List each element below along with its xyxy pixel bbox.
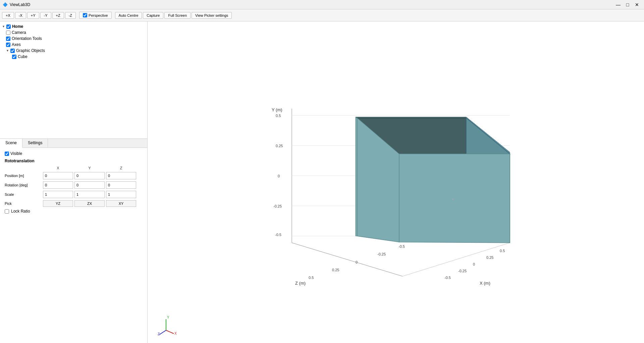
view-nx-button[interactable]: -X bbox=[15, 12, 26, 19]
svg-line-21 bbox=[292, 243, 402, 276]
pick-row: Pick YZ ZX XY bbox=[5, 200, 143, 207]
svg-text:-0.25: -0.25 bbox=[273, 204, 282, 208]
minimize-button[interactable]: — bbox=[614, 1, 623, 8]
tree-item-orientation[interactable]: Orientation Tools bbox=[0, 36, 147, 42]
camera-label: Camera bbox=[12, 30, 26, 35]
svg-text:Z: Z bbox=[158, 332, 160, 335]
rototranslation-title: Rototranslation bbox=[5, 159, 143, 163]
rotation-z-input[interactable] bbox=[106, 181, 136, 189]
pick-label: Pick bbox=[5, 202, 42, 206]
view-py-button[interactable]: +Y bbox=[27, 12, 39, 19]
app-icon: 🔷 bbox=[3, 2, 8, 7]
svg-text:Y: Y bbox=[167, 316, 169, 319]
svg-text:0.25: 0.25 bbox=[486, 255, 493, 260]
col-y-header: Y bbox=[74, 166, 105, 170]
cube-checkbox[interactable] bbox=[12, 55, 16, 59]
svg-line-27 bbox=[159, 330, 166, 335]
bottom-panel: Scene Settings Visible Rototranslation X bbox=[0, 139, 147, 343]
titlebar-left: 🔷 ViewLab3D bbox=[3, 2, 30, 7]
svg-text:0: 0 bbox=[278, 174, 280, 178]
app-container: +X -X +Y -Y +Z -Z Perspective Auto Centr… bbox=[0, 9, 644, 343]
center-dot bbox=[452, 198, 453, 200]
home-checkbox[interactable] bbox=[6, 24, 11, 29]
svg-text:-0.25: -0.25 bbox=[377, 252, 386, 256]
tree-item-home[interactable]: ▼ Home bbox=[0, 23, 147, 30]
tree-item-camera[interactable]: Camera bbox=[0, 30, 147, 36]
position-row: Position [m] bbox=[5, 172, 143, 179]
lock-ratio-checkbox[interactable] bbox=[5, 209, 9, 214]
pick-yz-button[interactable]: YZ bbox=[43, 200, 73, 207]
x-axis-label: X (m) bbox=[480, 281, 490, 286]
scale-z-input[interactable] bbox=[106, 191, 136, 198]
svg-text:0.5: 0.5 bbox=[500, 249, 505, 253]
col-z-header: Z bbox=[106, 166, 136, 170]
viewport-svg: Y (m) 0.5 0.25 0 -0.25 -0.5 Z (m) 0.5 0.… bbox=[258, 65, 533, 300]
tree-item-axes[interactable]: Axes bbox=[0, 42, 147, 48]
view-nz-button[interactable]: -Z bbox=[65, 12, 76, 19]
app-title: ViewLab3D bbox=[10, 2, 30, 7]
view-picker-button[interactable]: View Picker settings bbox=[192, 12, 232, 19]
cube-label: Cube bbox=[18, 54, 28, 59]
scale-label: Scale bbox=[5, 192, 42, 196]
maximize-button[interactable]: □ bbox=[623, 1, 632, 8]
toolbar: +X -X +Y -Y +Z -Z Perspective Auto Centr… bbox=[0, 9, 644, 21]
scale-x-input[interactable] bbox=[43, 191, 73, 198]
col-x-header: X bbox=[43, 166, 73, 170]
view-pz-button[interactable]: +Z bbox=[52, 12, 64, 19]
home-label: Home bbox=[12, 24, 23, 29]
content-area: ▼ Home Camera Orientation Tools Axe bbox=[0, 21, 644, 343]
camera-checkbox[interactable] bbox=[6, 31, 10, 35]
tab-settings[interactable]: Settings bbox=[22, 139, 48, 148]
tab-scene[interactable]: Scene bbox=[0, 139, 22, 148]
auto-centre-button[interactable]: Auto Centre bbox=[115, 12, 142, 19]
visible-checkbox[interactable] bbox=[5, 152, 9, 156]
rotation-y-input[interactable] bbox=[74, 181, 105, 189]
svg-text:0.25: 0.25 bbox=[276, 144, 283, 148]
position-y-input[interactable] bbox=[74, 172, 105, 179]
svg-text:-0.25: -0.25 bbox=[458, 269, 467, 273]
axes-checkbox[interactable] bbox=[6, 43, 10, 47]
pick-xy-button[interactable]: XY bbox=[106, 200, 136, 207]
svg-text:-0.5: -0.5 bbox=[444, 276, 451, 280]
axis-indicator-svg: Y X Z bbox=[158, 315, 178, 335]
left-panel: ▼ Home Camera Orientation Tools Axe bbox=[0, 21, 148, 343]
titlebar-controls: — □ ✕ bbox=[614, 1, 641, 8]
svg-text:0.5: 0.5 bbox=[309, 276, 314, 280]
perspective-label[interactable]: Perspective bbox=[89, 13, 108, 17]
orientation-checkbox[interactable] bbox=[6, 37, 10, 41]
svg-text:0: 0 bbox=[473, 262, 475, 266]
graphic-objects-arrow: ▼ bbox=[6, 49, 9, 52]
capture-button[interactable]: Capture bbox=[143, 12, 163, 19]
pick-zx-button[interactable]: ZX bbox=[74, 200, 105, 207]
svg-text:X: X bbox=[174, 332, 177, 335]
rotation-x-input[interactable] bbox=[43, 181, 73, 189]
cube-container: Y (m) 0.5 0.25 0 -0.25 -0.5 Z (m) 0.5 0.… bbox=[148, 21, 644, 343]
tree-panel: ▼ Home Camera Orientation Tools Axe bbox=[0, 21, 147, 139]
position-x-input[interactable] bbox=[43, 172, 73, 179]
orientation-label: Orientation Tools bbox=[12, 36, 42, 41]
position-z-input[interactable] bbox=[106, 172, 136, 179]
z-axis-label: Z (m) bbox=[295, 281, 306, 286]
view-px-button[interactable]: +X bbox=[2, 12, 14, 19]
viewport: Y (m) 0.5 0.25 0 -0.25 -0.5 Z (m) 0.5 0.… bbox=[148, 21, 644, 343]
perspective-button[interactable]: Perspective bbox=[79, 12, 111, 19]
visible-label: Visible bbox=[10, 151, 22, 156]
lock-ratio-label: Lock Ratio bbox=[11, 209, 30, 214]
y-axis-label: Y (m) bbox=[272, 107, 282, 112]
view-ny-button[interactable]: -Y bbox=[40, 12, 51, 19]
svg-line-25 bbox=[166, 330, 174, 334]
graphic-objects-label: Graphic Objects bbox=[16, 48, 45, 53]
close-button[interactable]: ✕ bbox=[633, 1, 641, 8]
tree-item-graphic-objects[interactable]: ▼ Graphic Objects bbox=[0, 48, 147, 54]
scale-y-input[interactable] bbox=[74, 191, 105, 198]
graphic-objects-checkbox[interactable] bbox=[10, 49, 15, 53]
position-label: Position [m] bbox=[5, 174, 42, 178]
tree-item-cube[interactable]: Cube bbox=[0, 54, 147, 60]
full-screen-button[interactable]: Full Screen bbox=[164, 12, 191, 19]
svg-text:0.5: 0.5 bbox=[276, 114, 281, 118]
rotation-row: Rotation [deg] bbox=[5, 181, 143, 189]
perspective-checkbox[interactable] bbox=[83, 13, 87, 17]
lock-ratio-row: Lock Ratio bbox=[5, 209, 143, 214]
scale-row: Scale bbox=[5, 191, 143, 198]
tab-bar: Scene Settings bbox=[0, 139, 147, 148]
